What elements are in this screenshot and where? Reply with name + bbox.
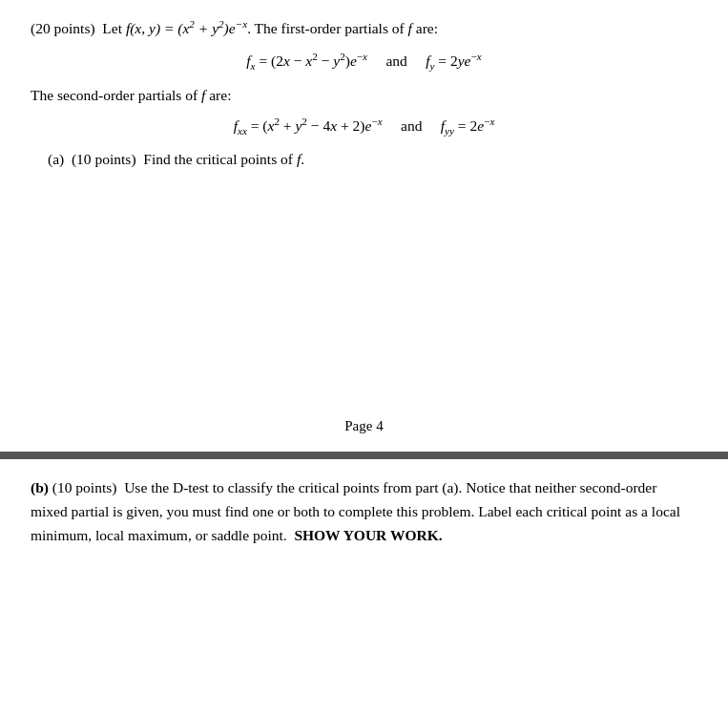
problem-statement: (20 points) Let f(x, y) = (x2 + y2)e−x. … (31, 17, 697, 39)
page-top-section: (20 points) Let f(x, y) = (x2 + y2)e−x. … (0, 0, 728, 448)
page-bottom-section: (b) (10 points) Use the D-test to classi… (0, 459, 728, 564)
first-order-partials-line: fx = (2x − x2 − y2)e−x and fy = 2ye−x (31, 49, 697, 74)
page-number-text: Page 4 (344, 418, 383, 433)
part-b-text: (b) (10 points) Use the D-test to classi… (31, 479, 680, 543)
part-a-question: (a) (10 points) Find the critical points… (48, 148, 697, 170)
and-connector-2: and (401, 117, 422, 134)
part-a-label: (a) (10 points) Find the critical points… (48, 151, 304, 167)
second-order-partials-line: fxx = (x2 + y2 − 4x + 2)e−x and fyy = 2e… (31, 114, 697, 138)
and-connector-1: and (385, 53, 406, 69)
second-order-label: The second-order partials of f are: (31, 84, 697, 106)
points-label: (20 points) (31, 20, 95, 36)
page-divider (0, 452, 728, 459)
page-number: Page 4 (31, 418, 697, 448)
